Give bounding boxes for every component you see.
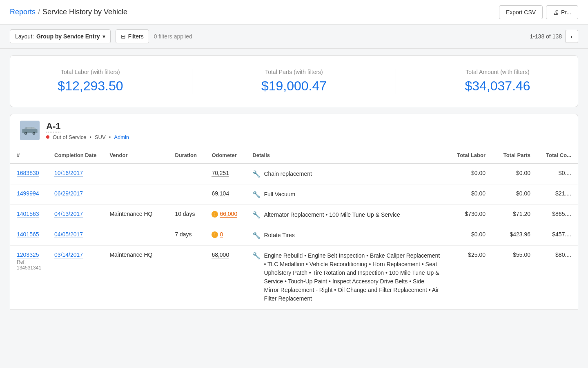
vehicle-header: A-1 Out of Service • SUV • Admin bbox=[10, 114, 578, 147]
vendor-cell bbox=[103, 184, 168, 205]
vehicle-type: SUV bbox=[95, 134, 106, 140]
vendor-cell bbox=[103, 225, 168, 246]
summary-parts-value: $19,000.47 bbox=[261, 79, 327, 94]
total-cell: $457.... bbox=[537, 225, 578, 246]
summary-amount-label: Total Amount (with filters) bbox=[465, 69, 530, 75]
breadcrumb: Reports / Service History by Vehicle bbox=[10, 8, 127, 16]
labor-cell: $0.00 bbox=[447, 164, 492, 184]
toolbar: Layout: Group by Service Entry ▾ ⊟ Filte… bbox=[0, 25, 588, 49]
wrench-icon: 🔧 bbox=[252, 231, 261, 239]
pagination-prev-button[interactable]: ‹ bbox=[565, 30, 578, 43]
col-header-total: Total Co... bbox=[537, 147, 578, 164]
details-cell: 🔧Engine Rebuild • Engine Belt Inspection… bbox=[246, 246, 447, 309]
svg-rect-5 bbox=[31, 127, 35, 129]
service-entry-id-link[interactable]: 1401565 bbox=[17, 231, 39, 238]
col-header-parts: Total Parts bbox=[492, 147, 537, 164]
completion-date-link[interactable]: 10/16/2017 bbox=[54, 170, 83, 177]
vendor-cell: Maintenance HQ bbox=[103, 246, 168, 309]
service-history-table: # Completion Date Vendor Duration Odomet… bbox=[10, 147, 578, 309]
service-history-table-container: # Completion Date Vendor Duration Odomet… bbox=[10, 147, 578, 310]
wrench-icon: 🔧 bbox=[252, 252, 261, 260]
details-text: Engine Rebuild • Engine Belt Inspection … bbox=[264, 251, 441, 303]
breadcrumb-separator: / bbox=[38, 8, 40, 16]
odometer-cell: 68,000 bbox=[205, 246, 246, 309]
header-actions: Export CSV 🖨 Pr... bbox=[499, 5, 578, 19]
details-text: Full Vacuum bbox=[264, 190, 295, 199]
table-row: 149999406/29/201769,104🔧Full Vacuum$0.00… bbox=[10, 184, 578, 205]
odometer-warning-value: 66,000 bbox=[220, 211, 237, 218]
page-header: Reports / Service History by Vehicle Exp… bbox=[0, 0, 588, 25]
vehicle-admin-link[interactable]: Admin bbox=[114, 134, 129, 140]
col-header-id: # bbox=[10, 147, 48, 164]
odometer-warning-value: 0 bbox=[220, 231, 223, 238]
completion-date-link[interactable]: 06/29/2017 bbox=[54, 190, 83, 197]
vehicle-thumbnail-icon bbox=[22, 124, 38, 137]
parts-cell: $55.00 bbox=[492, 246, 537, 309]
vehicle-name: A-1 bbox=[46, 121, 60, 132]
meta-separator-2: • bbox=[109, 134, 111, 140]
details-text: Alternator Replacement • 100 Mile Tune U… bbox=[264, 211, 400, 219]
summary-card: Total Labor (with filters) $12,293.50 To… bbox=[10, 55, 578, 107]
export-csv-button[interactable]: Export CSV bbox=[499, 5, 543, 19]
filters-applied-label: 0 filters applied bbox=[154, 33, 192, 40]
labor-cell: $0.00 bbox=[447, 225, 492, 246]
col-header-details: Details bbox=[246, 147, 447, 164]
col-header-odometer: Odometer bbox=[205, 147, 246, 164]
duration-cell bbox=[168, 246, 205, 309]
layout-value: Group by Service Entry bbox=[36, 33, 100, 40]
completion-date-link[interactable]: 04/13/2017 bbox=[54, 211, 83, 218]
total-cell: $21.... bbox=[537, 184, 578, 205]
odometer-value: 68,000 bbox=[212, 251, 229, 258]
service-entry-id-link[interactable]: 1683830 bbox=[17, 170, 39, 177]
summary-parts: Total Parts (with filters) $19,000.47 bbox=[261, 69, 327, 94]
filters-button[interactable]: ⊟ Filters bbox=[116, 29, 149, 43]
status-dot-icon bbox=[46, 135, 49, 139]
printer-icon: 🖨 bbox=[553, 9, 559, 16]
chevron-down-icon: ▾ bbox=[102, 33, 105, 40]
svg-rect-0 bbox=[22, 129, 37, 133]
pagination-range: 1-138 of 138 bbox=[530, 33, 562, 40]
service-entry-ref: Ref: 134531341 bbox=[17, 259, 41, 271]
vehicle-avatar bbox=[20, 121, 40, 140]
vehicle-info: A-1 Out of Service • SUV • Admin bbox=[46, 121, 129, 140]
duration-cell: 7 days bbox=[168, 225, 205, 246]
vehicle-section: A-1 Out of Service • SUV • Admin bbox=[10, 114, 578, 147]
wrench-icon: 🔧 bbox=[252, 211, 261, 219]
print-button[interactable]: 🖨 Pr... bbox=[546, 5, 578, 19]
summary-labor-label: Total Labor (with filters) bbox=[58, 69, 123, 75]
vendor-cell bbox=[103, 164, 168, 184]
parts-cell: $0.00 bbox=[492, 164, 537, 184]
service-entry-id-link[interactable]: 1499994 bbox=[17, 190, 39, 197]
odometer-cell: !66,000 bbox=[205, 205, 246, 225]
breadcrumb-reports-link[interactable]: Reports bbox=[10, 8, 36, 16]
total-cell: $865.... bbox=[537, 205, 578, 225]
duration-cell bbox=[168, 184, 205, 205]
summary-divider-2 bbox=[396, 69, 396, 94]
col-header-date: Completion Date bbox=[48, 147, 103, 164]
svg-point-2 bbox=[25, 132, 26, 134]
service-entry-id-link[interactable]: 1401563 bbox=[17, 211, 39, 218]
layout-dropdown[interactable]: Layout: Group by Service Entry ▾ bbox=[10, 29, 111, 43]
wrench-icon: 🔧 bbox=[252, 170, 261, 178]
odometer-cell: 69,104 bbox=[205, 184, 246, 205]
labor-cell: $730.00 bbox=[447, 205, 492, 225]
pagination: 1-138 of 138 ‹ bbox=[530, 30, 578, 43]
col-header-duration: Duration bbox=[168, 147, 205, 164]
total-cell: $80.... bbox=[537, 246, 578, 309]
details-cell: 🔧Full Vacuum bbox=[246, 184, 447, 205]
details-text: Chain replacement bbox=[264, 170, 312, 178]
warning-icon: ! bbox=[212, 211, 218, 218]
odometer-value: 70,251 bbox=[212, 170, 229, 177]
filter-icon: ⊟ bbox=[121, 33, 126, 40]
service-entry-id-link[interactable]: 1203325 bbox=[17, 251, 39, 258]
warning-icon: ! bbox=[212, 231, 218, 238]
summary-labor-value: $12,293.50 bbox=[58, 79, 123, 94]
labor-cell: $25.00 bbox=[447, 246, 492, 309]
completion-date-link[interactable]: 04/05/2017 bbox=[54, 231, 83, 238]
details-text: Rotate Tires bbox=[264, 231, 294, 240]
vehicle-meta: Out of Service • SUV • Admin bbox=[46, 134, 129, 140]
completion-date-link[interactable]: 03/14/2017 bbox=[54, 251, 83, 258]
parts-cell: $423.96 bbox=[492, 225, 537, 246]
odometer-value: 69,104 bbox=[212, 190, 229, 197]
parts-cell: $71.20 bbox=[492, 205, 537, 225]
